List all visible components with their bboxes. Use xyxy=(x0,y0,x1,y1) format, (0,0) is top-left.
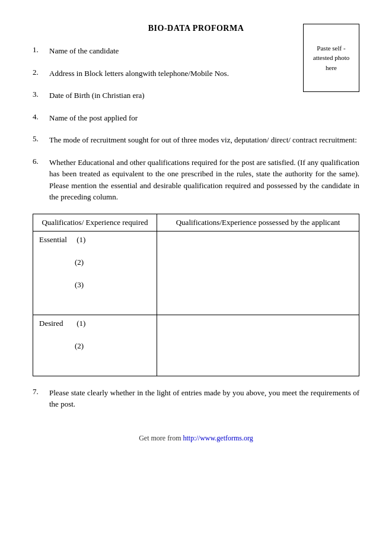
desired-item-1: (1) xyxy=(77,319,85,328)
essential-possessed-cell xyxy=(157,231,359,315)
desired-label-text: Desired xyxy=(39,319,63,328)
table-header-row: Qualificatios/ Experience required Quali… xyxy=(33,214,359,231)
list-item: 6. Whether Educational and other qualifi… xyxy=(33,157,359,203)
desired-cell: Desired (1) (2) xyxy=(33,315,157,376)
item-number: 6. xyxy=(33,157,49,166)
essential-cell: Essential (1) (2) (3) xyxy=(33,231,157,315)
photo-placeholder: Paste self - attested photo here xyxy=(303,24,359,92)
essential-item-1: (1) xyxy=(77,235,85,244)
col1-header: Qualificatios/ Experience required xyxy=(33,214,157,231)
footer: Get more from http://www.getforms.org xyxy=(33,434,359,443)
col2-header-text: Qualifications/Experience possessed by t… xyxy=(176,218,340,227)
table-row: Desired (1) (2) xyxy=(33,315,359,376)
essential-label-text: Essential xyxy=(39,235,67,244)
item-text: The mode of recruitment sought for out o… xyxy=(49,134,359,146)
item-text: Name of the post applied for xyxy=(49,112,359,124)
list-item: 5. The mode of recruitment sought for ou… xyxy=(33,134,359,146)
item-number: 2. xyxy=(33,68,49,77)
item-number: 7. xyxy=(33,387,49,397)
footer-link[interactable]: http://www.getforms.org xyxy=(183,434,253,442)
list-item: 4. Name of the post applied for xyxy=(33,112,359,124)
page: BIO-DATA PROFORMA Paste self - attested … xyxy=(0,0,392,555)
item-number: 5. xyxy=(33,134,49,144)
photo-label: Paste self - attested photo here xyxy=(307,43,356,73)
list-item-7: 7. Please state clearly whether in the l… xyxy=(33,387,359,410)
desired-item-2-row: (2) xyxy=(39,328,151,351)
item-text: Please state clearly whether in the ligh… xyxy=(49,387,359,410)
desired-item-2: (2) xyxy=(75,341,84,350)
item-number: 4. xyxy=(33,112,49,122)
footer-text: Get more from xyxy=(139,434,183,442)
item-number: 1. xyxy=(33,45,49,55)
item-number: 3. xyxy=(33,90,49,99)
essential-spacer xyxy=(39,290,151,311)
footer-link-text: http://www.getforms.org xyxy=(183,434,253,442)
essential-item-2: (2) xyxy=(75,258,84,267)
desired-possessed-cell xyxy=(157,315,359,376)
desired-label-row: Desired (1) xyxy=(39,319,151,328)
essential-item-2-row: (2) xyxy=(39,245,151,267)
essential-item-3-row: (3) xyxy=(39,267,151,290)
title-text: BIO-DATA PROFORMA xyxy=(148,24,244,33)
qualifications-table-wrapper: Qualificatios/ Experience required Quali… xyxy=(33,214,359,376)
item-text: Whether Educational and other qualificat… xyxy=(49,157,359,203)
col2-header: Qualifications/Experience possessed by t… xyxy=(157,214,359,231)
essential-label: Essential (1) xyxy=(39,235,151,245)
essential-item-3: (3) xyxy=(75,280,84,289)
desired-spacer xyxy=(39,351,151,372)
qualifications-table: Qualificatios/ Experience required Quali… xyxy=(33,214,359,376)
table-row: Essential (1) (2) (3) xyxy=(33,231,359,315)
